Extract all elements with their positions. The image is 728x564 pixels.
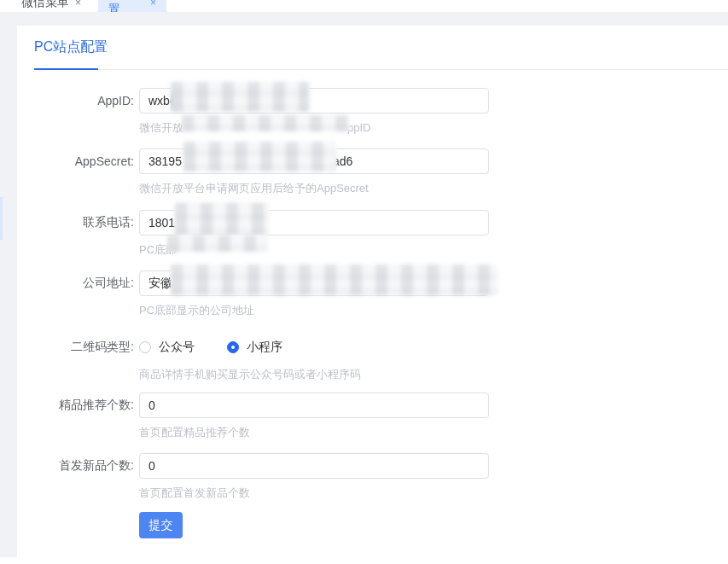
phone-label: 联系电话: (17, 215, 134, 230)
form-row-featured-count: 精品推荐个数: 0 首页配置精品推荐个数 (17, 392, 529, 440)
qrcode-type-radio-group: 公众号 小程序 (139, 334, 282, 360)
form-row-new-item-count: 首发新品个数: 0 首页配置首发新品个数 (17, 453, 529, 501)
page-background-strip (0, 12, 728, 26)
appsecret-label: AppSecret: (17, 154, 134, 168)
redaction-blur-appid-hint (182, 115, 349, 131)
appsecret-value-prefix: 38195 (149, 154, 182, 168)
new-item-count-label: 首发新品个数: (17, 458, 134, 474)
new-item-count-input[interactable]: 0 (139, 453, 489, 479)
new-item-count-hint: 首页配置首发新品个数 (139, 486, 529, 501)
radio-selected-icon (227, 341, 239, 353)
redaction-blur-appid (171, 82, 309, 112)
page: 微信菜单 × PC配置 × PC站点配置 AppID: wxbe0 微信开放pp… (0, 0, 728, 564)
new-item-count-value: 0 (149, 459, 155, 473)
featured-count-input[interactable]: 0 (139, 392, 489, 418)
radio-mini-program[interactable]: 小程序 (227, 340, 282, 355)
form-row-phone: 联系电话: 1801 PC底部 (17, 210, 529, 258)
submit-button[interactable]: 提交 (139, 512, 183, 538)
qrcode-type-hint: 商品详情手机购买显示公众号码或者小程序码 (139, 367, 529, 382)
tab-wechat-menu[interactable]: 微信菜单 × (11, 0, 91, 12)
close-icon[interactable]: × (75, 0, 81, 9)
address-value: 安徽 (149, 276, 172, 291)
appid-label: AppID: (17, 94, 134, 108)
featured-count-label: 精品推荐个数: (17, 398, 134, 413)
featured-count-value: 0 (149, 398, 155, 412)
tab-pc-config[interactable]: PC配置 × (98, 0, 166, 12)
redaction-blur-address (171, 265, 498, 295)
radio-official-account[interactable]: 公众号 (139, 340, 195, 355)
appsecret-hint: 微信开放平台申请网页应用后给予的AppSecret (139, 181, 529, 196)
active-tab-underline (34, 68, 98, 70)
phone-value: 1801 (149, 216, 175, 230)
divider (34, 69, 728, 70)
address-label: 公司地址: (17, 276, 134, 291)
redaction-blur-appsecret (183, 142, 336, 172)
page-background-gutter (0, 12, 17, 557)
address-hint: PC底部显示的公司地址 (139, 303, 529, 318)
tab-bar: 微信菜单 × PC配置 × (0, 0, 728, 12)
form-row-qrcode-type: 二维码类型: 公众号 小程序 商品详情手机购买显示公众号码或者小程序码 (17, 334, 529, 382)
tab-label: PC配置 (108, 0, 144, 12)
panel-tab-pc-site-config[interactable]: PC站点配置 (34, 38, 108, 56)
featured-count-hint: 首页配置精品推荐个数 (139, 425, 529, 440)
radio-icon (139, 341, 151, 353)
tab-label: 微信菜单 (21, 0, 69, 10)
content-card: PC站点配置 AppID: wxbe0 微信开放ppID AppSecret: … (17, 26, 728, 564)
close-icon[interactable]: × (150, 0, 156, 9)
left-accent-bar (0, 197, 3, 240)
qrcode-type-label: 二维码类型: (17, 340, 134, 355)
redaction-blur-phone-hint (167, 235, 268, 252)
redaction-blur-phone (175, 203, 269, 235)
